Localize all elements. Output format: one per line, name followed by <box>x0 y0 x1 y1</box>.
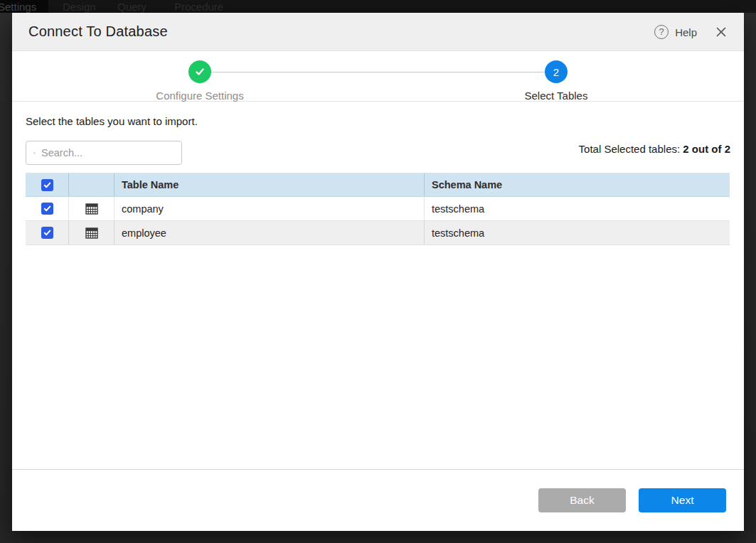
step-label: Select Tables <box>485 90 627 102</box>
row-checkbox[interactable] <box>41 227 53 239</box>
schema-name-cell: testschema <box>425 197 730 220</box>
total-value: 2 out of 2 <box>683 143 730 155</box>
close-icon[interactable] <box>715 26 727 38</box>
icon-column-header <box>69 173 115 196</box>
menu-item-design[interactable]: Design <box>63 1 96 13</box>
check-icon <box>43 229 51 237</box>
back-button[interactable]: Back <box>538 488 626 512</box>
step-label: Configure Settings <box>129 90 271 102</box>
connect-to-database-dialog: Connect To Database ? Help Configure Set… <box>12 13 744 531</box>
search-box <box>26 141 182 165</box>
step-done-check-icon <box>188 60 211 83</box>
tables-list: Table Name Schema Name <box>26 173 730 245</box>
menu-item-procedure[interactable]: Procedure <box>174 1 223 13</box>
table-row[interactable]: company testschema <box>26 197 730 221</box>
total-label: Total Selected tables: <box>579 143 683 155</box>
table-header-row: Table Name Schema Name <box>26 173 730 197</box>
table-grid-icon <box>85 227 98 240</box>
wizard-stepper <box>12 52 744 102</box>
menu-item-query[interactable]: Query <box>117 1 147 13</box>
footer-divider <box>12 469 744 470</box>
help-icon: ? <box>654 25 669 39</box>
row-checkbox[interactable] <box>41 203 53 215</box>
dialog-title: Connect To Database <box>28 23 168 40</box>
step-configure-settings[interactable]: Configure Settings <box>129 60 271 102</box>
step-number-badge: 2 <box>545 60 568 83</box>
help-button[interactable]: ? Help <box>654 25 697 39</box>
schema-name-cell: testschema <box>425 221 730 244</box>
step-select-tables[interactable]: 2 Select Tables <box>485 60 627 102</box>
app-menubar: Settings Design Query Procedure <box>0 0 756 13</box>
table-row[interactable]: employee testschema <box>26 221 730 245</box>
search-input[interactable] <box>41 147 174 158</box>
column-header-schema-name: Schema Name <box>425 173 730 196</box>
search-icon <box>33 148 36 158</box>
instruction-text: Select the tables you want to import. <box>26 115 198 127</box>
check-icon <box>43 181 51 189</box>
select-all-checkbox[interactable] <box>41 179 53 191</box>
column-header-table-name: Table Name <box>115 173 425 196</box>
table-name-cell: company <box>115 197 425 220</box>
menu-item-settings[interactable]: Settings <box>0 1 36 13</box>
table-grid-icon <box>85 203 98 215</box>
dialog-header: Connect To Database ? Help <box>12 13 744 51</box>
next-button[interactable]: Next <box>639 488 726 512</box>
table-name-cell: employee <box>115 221 425 244</box>
check-icon <box>43 205 51 213</box>
total-selected-tables: Total Selected tables: 2 out of 2 <box>579 143 730 155</box>
help-label: Help <box>675 26 697 38</box>
